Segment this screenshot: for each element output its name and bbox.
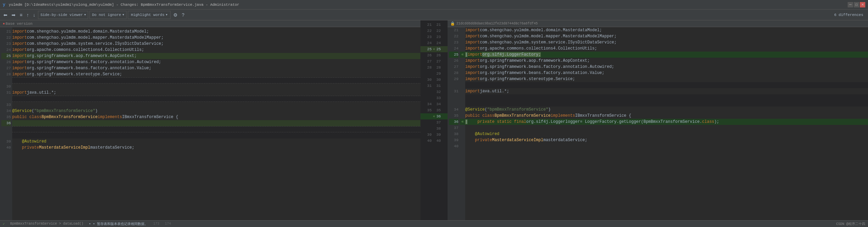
left-code-area[interactable]: 21 22 23 24 25 26 27 28 30 31 33 34 35 3… — [0, 27, 420, 220]
right-panel-hash: 21dcdd6dd8daec9ba12fe23d8744d8c76a6fdf45 — [456, 22, 538, 25]
titlebar-left: y yulmdm [D:\IdeaRests\yulmdm1\yulong_md… — [3, 2, 239, 7]
add-marker: « — [461, 52, 463, 57]
ok-status-icon: ✓ — [3, 222, 5, 226]
highlight-dropdown[interactable]: Highlight words ▼ — [128, 11, 171, 19]
help-icon[interactable]: ? — [180, 12, 186, 18]
close-button[interactable]: ✕ — [860, 2, 865, 7]
forward-button[interactable]: ➡ — [10, 12, 17, 18]
titlebar-title: yulmdm [D:\IdeaRests\yulmdm1\yulong_mdm\… — [9, 3, 239, 7]
ignore-dropdown[interactable]: Do not ignore ▼ — [90, 11, 126, 19]
ignore-label: Do not ignore — [92, 13, 121, 17]
left-code-content: import com.shengchao.yulmdm.model.domain… — [12, 27, 420, 220]
line-num: 173 — [153, 222, 159, 226]
titlebar-controls[interactable]: ─ □ ✕ — [848, 2, 865, 7]
viewer-arrow-icon: ▼ — [84, 13, 86, 16]
statusbar-left: ✓ BpmBmxxTransformService > dataLoad() •… — [3, 222, 171, 226]
settings-icon[interactable]: ⚙ — [172, 12, 179, 18]
viewer-label: Side-by-side viewer — [40, 13, 83, 17]
highlight-label: Highlight words — [131, 13, 164, 17]
viewer-dropdown[interactable]: Side-by-side viewer ▼ — [38, 11, 88, 19]
right-panel-header: 🔒 21dcdd6dd8daec9ba12fe23d8744d8c76a6fdf… — [448, 20, 868, 27]
toolbar-left: ⬅ ➡ ≡ ↑ ↓ Side-by-side viewer ▼ Do not i… — [2, 11, 186, 19]
highlight-arrow-icon: ▼ — [166, 13, 167, 16]
right-panel: 🔒 21dcdd6dd8daec9ba12fe23d8744d8c76a6fdf… — [448, 20, 868, 220]
comment-text: • • 暂存表和版本表也记录相同数据。 — [89, 222, 148, 226]
differences-count: 6 differences — [834, 13, 866, 17]
next-diff-button[interactable]: ↓ — [32, 12, 37, 18]
left-panel: ● Base version 21 22 23 24 25 26 27 28 3… — [0, 20, 420, 220]
prev-diff-button[interactable]: ↑ — [25, 12, 30, 18]
left-panel-header: ● Base version — [0, 20, 420, 27]
right-code-content: import com.shengchao.yulmdm.model.domain… — [465, 27, 868, 220]
error-icon: ● — [3, 22, 5, 26]
breadcrumb: BpmBmxxTransformService > dataLoad() — [10, 222, 83, 226]
minimize-button[interactable]: ─ — [848, 2, 853, 7]
lock-icon: 🔒 — [450, 21, 455, 26]
back-button[interactable]: ⬅ — [2, 12, 9, 18]
brand-text: CSDN @程序二十四 — [836, 222, 865, 226]
right-diff-gutter: « « — [460, 27, 465, 220]
statusbar-right: CSDN @程序二十四 — [836, 222, 865, 226]
right-line-numbers: 21 22 23 24 25 26 27 28 29 31 34 35 36 3… — [448, 27, 460, 220]
right-code-area[interactable]: 21 22 23 24 25 26 27 28 29 31 34 35 36 3… — [448, 27, 868, 220]
titlebar: y yulmdm [D:\IdeaRests\yulmdm1\yulong_md… — [0, 0, 868, 10]
statusbar: ✓ BpmBmxxTransformService > dataLoad() •… — [0, 220, 868, 227]
main-content: ● Base version 21 22 23 24 25 26 27 28 3… — [0, 20, 868, 220]
toolbar: ⬅ ➡ ≡ ↑ ↓ Side-by-side viewer ▼ Do not i… — [0, 10, 868, 20]
left-panel-title: Base version — [6, 22, 33, 26]
left-line-numbers: 21 22 23 24 25 26 27 28 30 31 33 34 35 3… — [0, 27, 12, 220]
ignore-arrow-icon: ▼ — [122, 13, 124, 16]
menu-button[interactable]: ≡ — [18, 12, 24, 18]
app-icon: y — [3, 2, 5, 7]
maximize-button[interactable]: □ — [854, 2, 859, 7]
col-num: 174 — [165, 222, 171, 226]
add-marker-2: « — [461, 119, 463, 124]
center-gutter: 2121 2222 2323 2424 25«25 2626 2727 2828… — [420, 20, 448, 220]
